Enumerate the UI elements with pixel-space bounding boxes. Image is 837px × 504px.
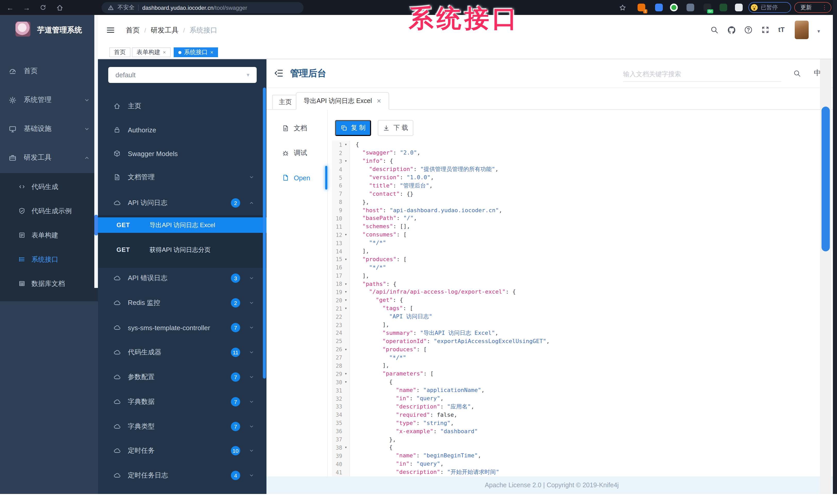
sidebar-item-label: 基础设施 [24, 124, 52, 133]
doc-nav-文档[interactable]: 文档 [266, 119, 327, 137]
swagger-nav-API 访问日志[interactable]: API 访问日志2 [98, 192, 266, 214]
line-number: 25 [332, 338, 342, 344]
sidebar-item-系统管理[interactable]: 系统管理 [0, 87, 98, 113]
doc-tab-导出API 访问日志 Excel[interactable]: 导出API 访问日志 Excel✕ [296, 92, 389, 110]
main-sidebar-scrollbar-thumb[interactable] [94, 215, 98, 236]
github-icon[interactable] [727, 26, 736, 35]
fullscreen-icon[interactable] [761, 26, 770, 35]
star-icon [619, 4, 626, 11]
chevron-up-icon [84, 155, 90, 161]
breadcrumb-item[interactable]: 首页 [126, 25, 140, 35]
sidebar-item-研发工具[interactable]: 研发工具 [0, 145, 98, 170]
swagger-sidebar-scrollbar-thumb[interactable] [263, 88, 266, 378]
user-menu-caret-icon[interactable]: ▾ [817, 28, 820, 34]
code-line: 19▾"/api/infra/api-access-log/export-exc… [332, 288, 830, 296]
main-sidebar-scrollbar-track[interactable] [94, 15, 98, 288]
darkgreen-extension-icon[interactable] [719, 4, 727, 11]
count-badge: 7 [231, 323, 240, 332]
fold-caret[interactable]: ▾ [342, 257, 350, 262]
doc-tab-主页[interactable]: 主页 [272, 95, 298, 110]
search-icon[interactable] [710, 26, 719, 35]
page-scrollbar-thumb[interactable] [821, 107, 830, 251]
swagger-nav-Authorize[interactable]: Authorize [98, 118, 266, 141]
line-number: 40 [332, 461, 342, 467]
swagger-group-定时任务日志[interactable]: 定时任务日志4 [98, 464, 266, 487]
swagger-nav-Swagger Models[interactable]: Swagger Models [98, 142, 266, 165]
orange-extension-icon[interactable]: 1 [638, 4, 645, 11]
browser-home-icon[interactable] [55, 3, 65, 12]
breadcrumb-item[interactable]: 研发工具 [151, 25, 179, 35]
help-icon[interactable] [744, 26, 753, 35]
code-line: 34"required": false, [332, 411, 830, 419]
swagger-group-sys-sms-template-controller[interactable]: sys-sms-template-controller7 [98, 316, 266, 339]
code-line: 5"version": "1.0.0", [332, 173, 830, 182]
app-logo[interactable]: 芋道管理系统 [0, 15, 98, 44]
home-icon [56, 4, 63, 11]
fold-caret[interactable]: ▾ [342, 158, 350, 163]
operation-导出API 访问日志 Excel[interactable]: GET导出API 访问日志 Excel [98, 217, 266, 233]
swagger-nav-主页[interactable]: 主页 [98, 95, 266, 117]
doc-search-icon[interactable] [793, 70, 801, 79]
fold-caret[interactable]: ▾ [342, 372, 350, 376]
operation-获得API 访问日志分页[interactable]: GET获得API 访问日志分页 [98, 242, 266, 258]
collapse-doc-nav-icon[interactable] [274, 68, 284, 80]
fold-caret[interactable]: ▾ [342, 281, 350, 286]
fold-caret[interactable]: ▾ [342, 347, 350, 352]
user-avatar[interactable] [795, 21, 809, 39]
grid-extension-icon[interactable] [687, 4, 694, 11]
swagger-group-字典类型[interactable]: 字典类型7 [98, 415, 266, 438]
fold-caret[interactable]: ▾ [342, 290, 350, 294]
tab-表单构建[interactable]: 表单构建× [132, 48, 171, 57]
sidebar-item-首页[interactable]: 首页 [0, 58, 98, 84]
fold-caret[interactable]: ▾ [342, 445, 350, 450]
sidebar-item-代码生成[interactable]: 代码生成 [0, 174, 98, 199]
address-bar[interactable]: 不安全 dashboard.yudao.iocoder.cn/tool/swag… [102, 2, 304, 13]
json-editor[interactable]: 1▾{2"swagger": "2.0",3▾"info": {4"descri… [332, 141, 830, 477]
browser-back-icon[interactable]: ← [5, 3, 15, 12]
swagger-nav-文档管理[interactable]: 文档管理 [98, 166, 266, 188]
line-number: 3 [332, 158, 342, 164]
browser-menu-icon[interactable]: ⋮ [821, 6, 827, 8]
swagger-group-Redis 监控[interactable]: Redis 监控2 [98, 292, 266, 314]
browser-forward-icon[interactable]: → [22, 3, 32, 12]
sidebar-item-表单构建[interactable]: 表单构建 [0, 223, 98, 247]
sidebar-item-基础设施[interactable]: 基础设施 [0, 116, 98, 142]
profile-paused-button[interactable]: 已暂停 [748, 2, 791, 13]
fold-caret[interactable]: ▾ [342, 298, 350, 303]
doc-nav-Open[interactable]: Open [266, 169, 327, 186]
font-size-icon[interactable]: tT [778, 26, 787, 35]
sidebar-item-数据库文档[interactable]: 数据库文档 [0, 272, 98, 296]
doc-search-input[interactable]: 输入文档关键字搜索 [623, 68, 781, 82]
doc-nav-调试[interactable]: 调试 [266, 144, 327, 162]
code-line: 24"summary": "导出API 访问日志 Excel", [332, 329, 830, 337]
swagger-group-API 错误日志[interactable]: API 错误日志3 [98, 267, 266, 290]
paused-label: 已暂停 [761, 3, 778, 11]
code-text: "operationId": "exportApiAccessLogExcelU… [350, 338, 550, 344]
fold-caret[interactable]: ▾ [342, 306, 350, 311]
browser-update-button[interactable]: 更新 ⋮ [794, 2, 831, 13]
green-circle-extension-icon[interactable] [670, 4, 678, 11]
tab-首页[interactable]: 首页 [109, 48, 130, 57]
collapse-sidebar-icon[interactable] [106, 26, 115, 37]
sidebar-item-系统接口[interactable]: 系统接口 [0, 247, 98, 272]
bookmark-star-icon[interactable] [618, 3, 627, 12]
code-text: "host": "api-dashboard.yudao.iocoder.cn"… [350, 207, 502, 213]
copy-button[interactable]: 复 制 [335, 120, 371, 136]
fold-caret[interactable]: ▾ [342, 380, 350, 385]
swagger-group-字典数据[interactable]: 字典数据7 [98, 390, 266, 413]
code-text: "type": "string", [350, 419, 454, 426]
tab-系统接口[interactable]: 系统接口× [174, 48, 218, 57]
swagger-group-定时任务[interactable]: 定时任务10 [98, 440, 266, 462]
fold-caret[interactable]: ▾ [342, 232, 350, 237]
light-extension-icon[interactable] [735, 4, 743, 11]
blue-extension-icon[interactable] [655, 4, 663, 11]
dark-extension-icon[interactable]: 6n [704, 4, 711, 11]
sidebar-item-代码生成示例[interactable]: 代码生成示例 [0, 199, 98, 223]
download-button[interactable]: 下 载 [378, 120, 413, 136]
line-number: 33 [332, 404, 342, 410]
swagger-group-代码生成器[interactable]: 代码生成器11 [98, 341, 266, 363]
group-select[interactable]: default ▾ [108, 67, 257, 83]
fold-caret[interactable]: ▾ [342, 143, 350, 147]
browser-reload-icon[interactable] [38, 3, 48, 12]
swagger-group-参数配置[interactable]: 参数配置7 [98, 366, 266, 388]
